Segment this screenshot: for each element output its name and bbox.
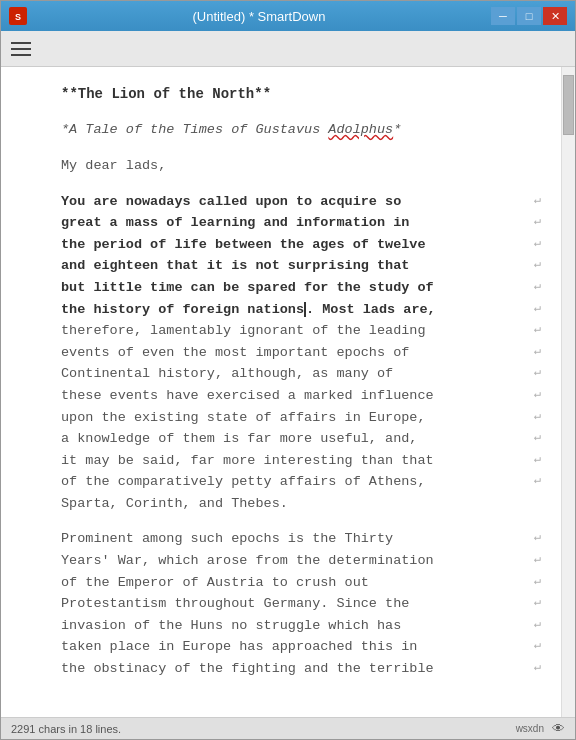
editor-area[interactable]: **The Lion of the North** *A Tale of the… bbox=[1, 67, 561, 717]
minimize-button[interactable]: ─ bbox=[491, 7, 515, 25]
app-icon: S bbox=[9, 7, 27, 25]
toolbar bbox=[1, 31, 575, 67]
editor-container: **The Lion of the North** *A Tale of the… bbox=[1, 67, 575, 717]
p2-line-5: invasion of the Huns no struggle which h… bbox=[61, 615, 541, 637]
svg-text:S: S bbox=[15, 12, 21, 22]
p2-line-3: of the Emperor of Austria to crush out ↵ bbox=[61, 572, 541, 594]
hamburger-line-2 bbox=[11, 48, 31, 50]
subtitle-end: * bbox=[393, 122, 401, 137]
status-char-count: 2291 chars in 18 lines. bbox=[11, 723, 121, 735]
status-bar: 2291 chars in 18 lines. wsxdn 👁 bbox=[1, 717, 575, 739]
line-8: events of even the most important epochs… bbox=[61, 342, 541, 364]
scrollbar-thumb[interactable] bbox=[563, 75, 574, 135]
p2-line-4: Protestantism throughout Germany. Since … bbox=[61, 593, 541, 615]
line-9: Continental history, although, as many o… bbox=[61, 363, 541, 385]
title-paragraph: **The Lion of the North** bbox=[61, 83, 541, 105]
hamburger-line-1 bbox=[11, 42, 31, 44]
window-title: (Untitled) * SmartDown bbox=[27, 9, 491, 24]
title-bar: S (Untitled) * SmartDown ─ □ ✕ bbox=[1, 1, 575, 31]
maximize-button[interactable]: □ bbox=[517, 7, 541, 25]
line-15: Sparta, Corinth, and Thebes. bbox=[61, 493, 541, 515]
p2-line-2: Years' War, which arose from the determi… bbox=[61, 550, 541, 572]
main-title: **The Lion of the North** bbox=[61, 83, 541, 105]
paragraph-1: You are nowadays called upon to acquire … bbox=[61, 191, 541, 515]
eye-icon: 👁 bbox=[552, 721, 565, 736]
status-right: wsxdn 👁 bbox=[516, 721, 565, 736]
scrollbar[interactable] bbox=[561, 67, 575, 717]
line-10: these events have exercised a marked inf… bbox=[61, 385, 541, 407]
line-4: and eighteen that it is not surprising t… bbox=[61, 255, 541, 277]
close-button[interactable]: ✕ bbox=[543, 7, 567, 25]
line-13: it may be said, far more interesting tha… bbox=[61, 450, 541, 472]
p2-line-1: Prominent among such epochs is the Thirt… bbox=[61, 528, 541, 550]
p2-line-6: taken place in Europe has approached thi… bbox=[61, 636, 541, 658]
line-3: the period of life between the ages of t… bbox=[61, 234, 541, 256]
line-1: You are nowadays called upon to acquire … bbox=[61, 191, 541, 213]
menu-button[interactable] bbox=[11, 42, 31, 56]
line-11: upon the existing state of affairs in Eu… bbox=[61, 407, 541, 429]
status-wsxdn: wsxdn bbox=[516, 723, 544, 734]
main-window: S (Untitled) * SmartDown ─ □ ✕ **The Lio… bbox=[0, 0, 576, 740]
line-12: a knowledge of them is far more useful, … bbox=[61, 428, 541, 450]
p2-line-7: the obstinacy of the fighting and the te… bbox=[61, 658, 541, 680]
line-2: great a mass of learning and information… bbox=[61, 212, 541, 234]
line-6: the history of foreign nations. Most lad… bbox=[61, 299, 541, 321]
window-controls: ─ □ ✕ bbox=[491, 7, 567, 25]
subtitle-before: *A Tale of the Times of Gustavus bbox=[61, 122, 328, 137]
greeting-text: My dear lads, bbox=[61, 155, 541, 177]
line-14: of the comparatively petty affairs of At… bbox=[61, 471, 541, 493]
line-5: but little time can be spared for the st… bbox=[61, 277, 541, 299]
hamburger-line-3 bbox=[11, 54, 31, 56]
line-7: therefore, lamentably ignorant of the le… bbox=[61, 320, 541, 342]
greeting-paragraph: My dear lads, bbox=[61, 155, 541, 177]
subtitle-underline: Adolphus bbox=[328, 122, 393, 137]
paragraph-2: Prominent among such epochs is the Thirt… bbox=[61, 528, 541, 679]
subtitle-paragraph: *A Tale of the Times of Gustavus Adolphu… bbox=[61, 119, 541, 141]
subtitle-text: *A Tale of the Times of Gustavus Adolphu… bbox=[61, 119, 401, 141]
